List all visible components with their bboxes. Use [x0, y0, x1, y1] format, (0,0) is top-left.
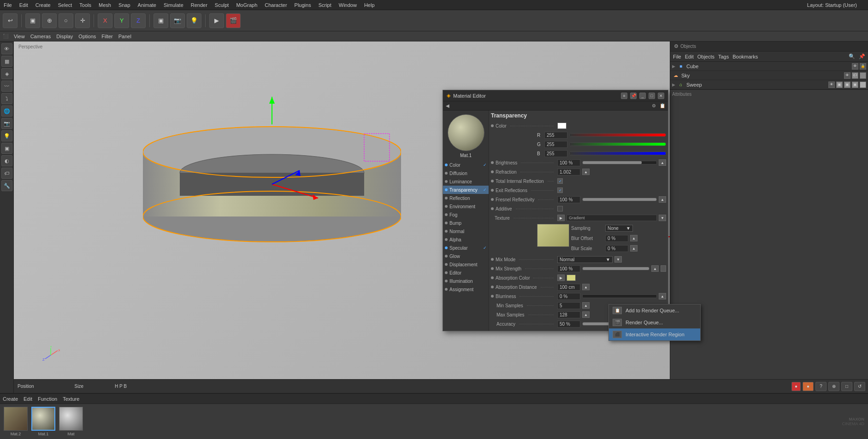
camera-btn[interactable]: 📷 [170, 13, 185, 28]
mat-channel-environment[interactable]: Environment [443, 202, 489, 211]
blurriness-up-btn[interactable]: ▲ [659, 293, 666, 299]
menu-mesh[interactable]: Mesh [99, 2, 111, 8]
additive-checkbox[interactable] [557, 206, 563, 211]
menu-sculpt[interactable]: Sculpt [215, 2, 229, 8]
render-btn[interactable]: 🎬 [226, 13, 241, 28]
menu-help[interactable]: Help [364, 2, 375, 8]
menu-snap[interactable]: Snap [118, 2, 130, 8]
sweep-mat-icon[interactable]: ▣ [836, 82, 843, 88]
menu-tools[interactable]: Tools [79, 2, 91, 8]
panel-menu[interactable]: Panel [118, 34, 131, 39]
absorption-color-swatch[interactable] [567, 275, 576, 281]
mat-channel-illumination[interactable]: Illumination [443, 277, 489, 285]
mat-edit-menu[interactable]: Edit [24, 396, 32, 402]
mat-texture-menu[interactable]: Texture [63, 396, 79, 402]
view-menu[interactable]: View [14, 34, 25, 39]
sidebar-icon-camera[interactable]: 📷 [1, 118, 12, 129]
options-menu[interactable]: Options [78, 34, 96, 39]
obj-row-sky[interactable]: ☁ Sky 👁 🏷 [670, 71, 868, 80]
scale-btn[interactable]: ✛ [75, 13, 90, 28]
mat-preview-sphere[interactable] [448, 114, 484, 151]
z-axis-btn[interactable]: Z [131, 13, 146, 28]
obj-objects-menu[interactable]: Objects [697, 54, 714, 59]
mat-channel-color[interactable]: Color ✓ [443, 161, 489, 169]
sidebar-icon-perspective[interactable]: 👁 [1, 43, 12, 54]
r-value[interactable]: 255 [544, 132, 567, 139]
mat-editor-tool2[interactable]: 📋 [660, 103, 665, 108]
mat-channel-specular[interactable]: Specular ✓ [443, 244, 489, 252]
texture-arrow-btn[interactable]: ▶ [557, 215, 565, 221]
min-samples-value[interactable]: 5 [557, 302, 580, 309]
x-axis-btn[interactable]: X [98, 13, 112, 28]
mat-channel-alpha[interactable]: Alpha [443, 235, 489, 244]
obj-search-icon[interactable]: 🔍 [849, 53, 855, 59]
mat-thumb-base[interactable]: Mat [59, 407, 83, 436]
y-axis-btn[interactable]: Y [114, 13, 129, 28]
mat-editor-tool1[interactable]: ⚙ [652, 103, 656, 108]
menu-window[interactable]: Window [339, 2, 357, 8]
blurriness-value[interactable]: 0 % [557, 293, 580, 300]
mat-editor-pin-btn[interactable]: 📌 [630, 93, 637, 99]
fresnel-up-btn[interactable]: ▲ [659, 196, 666, 203]
sidebar-icon-spline[interactable]: 〰 [1, 81, 12, 92]
mat-thumb-1[interactable]: Mat.1 [31, 407, 55, 436]
blurriness-slider[interactable] [582, 294, 657, 298]
cube-vis-icon[interactable]: 👁 [852, 63, 858, 70]
timeline-tool3[interactable]: ↺ [854, 382, 865, 391]
mat-editor-minimize-btn[interactable]: _ [639, 93, 646, 99]
blur-offset-up-btn[interactable]: ▲ [630, 235, 638, 241]
menu-animate[interactable]: Animate [138, 2, 156, 8]
refraction-value[interactable]: 1.002 [557, 169, 580, 176]
refraction-up-btn[interactable]: ▲ [582, 169, 590, 175]
mix-mode-more-btn[interactable]: ▼ [614, 256, 622, 263]
cube-tool-btn[interactable]: ▣ [154, 13, 168, 28]
mat-channel-transparency[interactable]: Transparency ✓ [443, 186, 489, 194]
brightness-value[interactable]: 100 % [557, 159, 580, 166]
blur-scale-value[interactable]: 0 % [605, 245, 628, 252]
sweep-extra-icon[interactable] [860, 82, 866, 88]
menu-script[interactable]: Script [319, 2, 331, 8]
menu-plugins[interactable]: Plugins [295, 2, 311, 8]
mix-strength-slider[interactable] [582, 267, 650, 270]
sidebar-icon-material[interactable]: ◐ [1, 155, 12, 166]
g-slider[interactable] [569, 142, 666, 146]
b-slider[interactable] [569, 152, 666, 155]
filter-menu[interactable]: Filter [101, 34, 112, 39]
ctx-interactive-render[interactable]: ⬛ Interactive Render Region [609, 328, 700, 340]
sky-tag2-icon[interactable] [860, 72, 866, 79]
obj-row-cube[interactable]: ▶ ■ Cube 👁 🔒 [670, 62, 868, 71]
help-btn[interactable]: ? [815, 382, 827, 391]
mat-thumb-2[interactable]: Mat.2 [4, 407, 28, 436]
mat-channel-diffusion[interactable]: Diffusion [443, 169, 489, 177]
mat-editor-options-btn[interactable]: ≡ [621, 93, 627, 99]
mat-editor-maximize-btn[interactable]: □ [649, 93, 655, 99]
menu-render[interactable]: Render [191, 2, 207, 8]
sidebar-icon-object[interactable]: ▣ [1, 143, 12, 154]
fresnel-value[interactable]: 100 % [557, 196, 580, 203]
sidebar-icon-scene[interactable]: 🌐 [1, 105, 12, 117]
record-btn[interactable]: ● [791, 382, 801, 391]
menu-mograph[interactable]: MoGraph [236, 2, 257, 8]
timeline-tool1[interactable]: ⊕ [828, 382, 839, 391]
mat-channel-bump[interactable]: Bump [443, 219, 489, 227]
mat-channel-editor[interactable]: Editor [443, 269, 489, 277]
obj-pin-icon[interactable]: 📌 [859, 53, 865, 59]
accuracy-value[interactable]: 50 % [557, 321, 580, 328]
menu-simulate[interactable]: Simulate [164, 2, 183, 8]
obj-tags-menu[interactable]: Tags [718, 54, 729, 59]
max-samples-up-btn[interactable]: ▲ [582, 311, 590, 318]
mat-channel-normal[interactable]: Normal [443, 227, 489, 235]
g-value[interactable]: 255 [544, 141, 567, 148]
play-btn[interactable]: ▶ [209, 13, 224, 28]
mat-create-menu[interactable]: Create [3, 396, 18, 402]
min-samples-up-btn[interactable]: ▲ [582, 302, 590, 309]
menu-edit[interactable]: Edit [19, 2, 28, 8]
mat-editor-close-btn[interactable]: ✕ [658, 93, 664, 99]
light-btn[interactable]: 💡 [187, 13, 201, 28]
absorption-dist-value[interactable]: 100 cm [557, 284, 580, 291]
obj-row-sweep[interactable]: ▶ ⌂ Sweep 👁 ▣ ▣ ▣ [670, 80, 868, 89]
gradient-preview-swatch[interactable] [537, 224, 569, 247]
ctx-render-queue[interactable]: 🎬 Render Queue... [609, 316, 700, 328]
ctx-add-to-queue[interactable]: 📋 Add to Render Queue... [609, 304, 700, 316]
sidebar-icon-light[interactable]: 💡 [1, 130, 12, 141]
